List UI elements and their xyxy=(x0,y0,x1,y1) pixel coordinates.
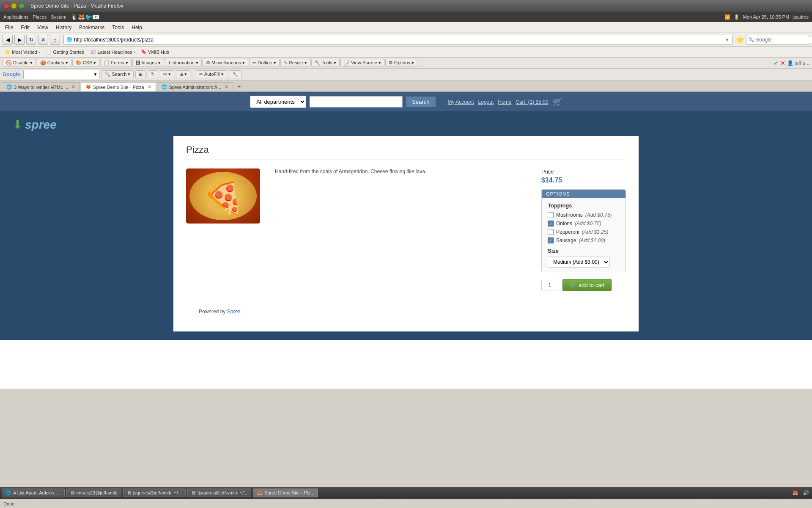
menu-help[interactable]: Help xyxy=(128,24,145,31)
maximize-button[interactable] xyxy=(19,3,25,9)
tab-1[interactable]: 🦊 Spree Demo Site - Pizza ✕ xyxy=(81,82,156,91)
tray-firefox-icon[interactable]: 🦊 xyxy=(791,490,800,496)
devtools-miscellaneous[interactable]: ⚙ Miscellaneous ▾ xyxy=(203,59,248,67)
back-button[interactable]: ◀ xyxy=(3,35,13,45)
search-tool-btn[interactable]: 🔧 xyxy=(229,70,241,78)
topping-sausage-checkbox[interactable] xyxy=(548,237,554,243)
menu-history[interactable]: History xyxy=(52,24,75,31)
secure-icon: 🌐 xyxy=(66,37,72,42)
options-header: Options xyxy=(542,190,625,198)
options-box: Options Toppings Mushrooms (Add $0.75) xyxy=(541,189,626,272)
add-to-cart-button[interactable]: 🛒 add to cart xyxy=(562,279,612,291)
reload-button[interactable]: ↻ xyxy=(26,35,36,45)
sysbar-system[interactable]: System xyxy=(51,14,66,19)
taskbar-item-1[interactable]: 🖥 emacs23@jeff-vmib xyxy=(66,489,121,497)
bookmark-most-visited[interactable]: ⭐ Most Visited › xyxy=(3,48,42,55)
home-link[interactable]: Home xyxy=(498,99,511,105)
autofill-btn[interactable]: ✏ AutoFill ▾ xyxy=(196,70,227,78)
taskbar-item-2[interactable]: 🖥 jsquires@jeff-vmib: ~/... xyxy=(123,489,186,497)
devtools-forms[interactable]: 📋 Forms ▾ xyxy=(100,59,131,67)
menu-view[interactable]: View xyxy=(34,24,52,31)
window-controls[interactable] xyxy=(3,3,25,9)
spree-logo[interactable]: ⬇ spree xyxy=(13,118,57,132)
menu-edit[interactable]: Edit xyxy=(17,24,33,31)
taskbar-item-0[interactable]: 🌐 A List Apart: Articles: ... xyxy=(2,489,65,497)
tab-2[interactable]: 🌐 Spree Administration: A... ✕ xyxy=(157,82,233,91)
sysbar-places[interactable]: Places xyxy=(33,14,47,19)
tab-bar: 🌐 3 Ways to render HTML ... ✕ 🦊 Spree De… xyxy=(0,80,812,91)
bookmark-vmib-hub[interactable]: 🔖 VMIB Hub xyxy=(139,48,171,55)
topping-mushrooms-checkbox[interactable] xyxy=(548,212,554,218)
devtools-disable[interactable]: 🚫 Disable ▾ xyxy=(3,59,36,67)
topping-onions-checkbox[interactable] xyxy=(548,221,554,226)
google-search-button[interactable]: 🔍 Search ▾ xyxy=(101,70,134,78)
product-search-input[interactable] xyxy=(310,96,403,108)
topping-pepperoni-checkbox[interactable] xyxy=(548,229,554,235)
devtools-outline[interactable]: ✏ Outline ▾ xyxy=(249,59,280,67)
product-layout: Hand-fired from the coals of Armageddon.… xyxy=(186,168,626,291)
menu-file[interactable]: File xyxy=(2,24,16,31)
bookmark-getting-started[interactable]: 📄 Getting Started xyxy=(44,48,86,55)
quantity-input[interactable] xyxy=(541,280,558,290)
dropdown-icon[interactable]: ▼ xyxy=(93,72,97,77)
cart-link[interactable]: Cart: (1) $5.00 xyxy=(516,99,548,105)
devtools-view-source[interactable]: 📝 View Source ▾ xyxy=(340,59,384,67)
size-select[interactable]: Medium (Add $3.00) xyxy=(548,257,610,268)
search-toolbar: Google ▼ 🔍 Search ▾ ⊞ ↻ ✉ ▾ ⊞ ▾ ✏ AutoFi… xyxy=(0,69,812,80)
topping-sausage-name: Sausage xyxy=(556,237,576,243)
tab-1-label: Spree Demo Site - Pizza xyxy=(93,85,144,90)
logo-text: spree xyxy=(25,118,57,132)
tab-0-close[interactable]: ✕ xyxy=(71,84,75,90)
cart-icon[interactable]: 🛒 xyxy=(553,97,562,107)
department-select[interactable]: All departments xyxy=(250,96,306,108)
product-image xyxy=(186,168,260,224)
tab-2-close[interactable]: ✕ xyxy=(225,84,228,90)
stop-button[interactable]: ✕ xyxy=(38,35,48,45)
tray-volume-icon[interactable]: 🔊 xyxy=(801,490,810,496)
taskbar-item-3[interactable]: 🖥 [jsquires@jeff-vmib: ~/... xyxy=(187,489,251,497)
sysbar-applications[interactable]: Applications xyxy=(3,14,28,19)
vmib-hub-label: VMIB Hub xyxy=(148,50,169,55)
search-bar-wrap: 🔍 ▼ xyxy=(746,35,809,45)
search-input[interactable] xyxy=(755,37,812,43)
new-tab-button[interactable]: + xyxy=(234,81,244,91)
topping-mushrooms-price: (Add $0.75) xyxy=(585,212,612,218)
search-bookmarks-btn[interactable]: ⊞ ▾ xyxy=(176,70,190,78)
address-dropdown-icon[interactable]: ▼ xyxy=(725,37,730,42)
taskbar-item-1-label: emacs23@jeff-vmib xyxy=(77,490,118,495)
search-mail-btn[interactable]: ✉ ▾ xyxy=(160,70,174,78)
menu-tools[interactable]: Tools xyxy=(109,24,127,31)
tab-0-icon: 🌐 xyxy=(6,84,12,90)
search-options-btn[interactable]: ⊞ xyxy=(135,70,146,78)
address-bar-wrap: 🌐 ▼ xyxy=(63,35,732,45)
spree-page: All departments Search My Account Logout… xyxy=(0,92,812,389)
minimize-button[interactable] xyxy=(11,3,17,9)
devtools-images[interactable]: 🖼 Images ▾ xyxy=(132,59,164,67)
devtools-information[interactable]: ℹ Information ▾ xyxy=(165,59,202,67)
google-search-icon: 🔍 xyxy=(748,37,754,42)
menu-bookmarks[interactable]: Bookmarks xyxy=(76,24,108,31)
tab-1-close[interactable]: ✕ xyxy=(148,84,151,90)
product-description-text: Hand-fired from the coals of Armageddon.… xyxy=(275,168,529,174)
google-search-input[interactable] xyxy=(25,72,93,77)
taskbar-item-4[interactable]: 🦊 Spree Demo Site - Piz... xyxy=(253,489,318,497)
devtools-bar: 🚫 Disable ▾ 🍪 Cookies ▾ 🎨 CSS ▾ 📋 Forms … xyxy=(0,58,812,69)
close-button[interactable] xyxy=(3,3,9,9)
logout-link[interactable]: Logout xyxy=(478,99,494,105)
devtools-options[interactable]: ⚙ Options ▾ xyxy=(385,59,417,67)
product-search-button[interactable]: Search xyxy=(406,96,436,108)
bookmark-latest-headlines[interactable]: 📰 Latest Headlines › xyxy=(88,48,137,55)
devtools-css[interactable]: 🎨 CSS ▾ xyxy=(72,59,100,67)
devtools-cookies[interactable]: 🍪 Cookies ▾ xyxy=(37,59,71,67)
devtools-resize[interactable]: ⤡ Resize ▾ xyxy=(280,59,310,67)
window-title: Spree Demo Site - Pizza - Mozilla Firefo… xyxy=(30,3,123,9)
address-input[interactable] xyxy=(74,37,725,43)
forward-button[interactable]: ▶ xyxy=(14,35,25,45)
tab-0[interactable]: 🌐 3 Ways to render HTML ... ✕ xyxy=(2,82,80,91)
my-account-link[interactable]: My Account xyxy=(448,99,474,105)
search-history-btn[interactable]: ↻ xyxy=(148,70,158,78)
devtools-tools[interactable]: 🔧 Tools ▾ xyxy=(311,59,340,67)
spree-link[interactable]: Spree xyxy=(227,309,241,315)
home-button[interactable]: ⌂ xyxy=(50,35,60,45)
bookmark-star-icon[interactable]: ⭐ xyxy=(736,36,744,44)
